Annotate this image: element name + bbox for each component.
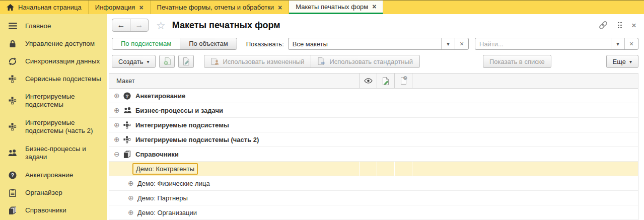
toggle-by-objects[interactable]: По объектам (180, 38, 237, 49)
tab-close-icon[interactable]: × (372, 3, 376, 10)
chevron-down-icon: ▾ (629, 59, 632, 64)
use-standard-button[interactable]: Использовать стандартный (311, 55, 419, 67)
filter-bar: По подсистемам По объектам Показывать: В… (107, 37, 644, 50)
people-icon (0, 150, 25, 157)
table-row[interactable]: ⊕ Интегрируемые подсистемы (109, 118, 638, 132)
chevron-down-icon[interactable]: ▾ (441, 38, 455, 49)
expand-icon[interactable]: ⊕ (128, 208, 137, 216)
sidebar-item-access-management[interactable]: Управление доступом (0, 35, 107, 52)
sidebar-item-data-sync[interactable]: Синхронизация данных (0, 52, 107, 70)
tab-label: Начальная страница (18, 4, 82, 11)
table-header: Макет ⚙ (109, 73, 638, 89)
expand-icon[interactable]: ⊕ (128, 179, 137, 187)
column-header-template[interactable]: Макет (109, 77, 359, 85)
show-label: Показывать: (246, 40, 284, 48)
table-header-filler (412, 74, 638, 88)
table-row[interactable]: ⊕ Анкетирование (109, 89, 638, 103)
sidebar-item-surveys[interactable]: Анкетирование (0, 166, 107, 184)
visibility-cell[interactable] (359, 162, 377, 176)
create-button[interactable]: Создать ▾ (112, 55, 156, 68)
table-row-selected[interactable]: Демо: Контрагенты (109, 162, 638, 176)
edit-button[interactable] (178, 55, 194, 68)
tabbar-filler (383, 1, 644, 14)
settings-cell[interactable] (394, 162, 412, 176)
list-toolbar: Создать ▾ Использовать измененный Исполь… (107, 54, 644, 68)
link-icon[interactable] (598, 20, 608, 30)
favorite-star-icon[interactable]: ☆ (156, 20, 166, 31)
clear-icon[interactable]: × (624, 38, 638, 49)
table-row[interactable]: ⊕ Демо: Организации (109, 205, 638, 220)
tab-information[interactable]: Информация × (89, 1, 151, 14)
collapse-icon[interactable]: ⊖ (114, 150, 123, 158)
search-input[interactable]: Найти... ▾ × (475, 38, 638, 50)
show-filter-combobox[interactable]: Все макеты ▾ × (288, 38, 469, 50)
selected-cell[interactable]: Демо: Контрагенты (109, 163, 359, 175)
expand-icon[interactable]: ⊕ (128, 194, 137, 202)
more-menu-icon[interactable] (618, 22, 622, 29)
sidebar-item-integrated-subsystems-2[interactable]: Интегрируемые подсистемы (часть 2) (0, 114, 107, 140)
main-area: ← → ☆ Макеты печатных форм × По подсисте… (107, 14, 644, 220)
tab-bar: Начальная страница Информация × Печатные… (0, 0, 644, 14)
more-button[interactable]: Еще ▾ (606, 55, 638, 68)
table-row[interactable]: ⊕ Демо: Физические лица (109, 176, 638, 191)
clear-icon[interactable]: × (455, 38, 468, 49)
tab-close-icon[interactable]: × (278, 4, 282, 11)
tab-label: Информация (95, 4, 135, 11)
page-title: Макеты печатных форм (172, 20, 280, 31)
tab-print-forms-reports[interactable]: Печатные формы, отчеты и обработки × (151, 1, 290, 14)
table-row[interactable]: ⊕ Интегрируемые подсистемы (часть 2) (109, 132, 638, 147)
tab-label: Печатные формы, отчеты и обработки (157, 4, 274, 11)
subsystems-grid-icon (0, 97, 25, 105)
question-circle-icon (123, 92, 135, 100)
hamburger-icon (0, 23, 25, 29)
expand-icon[interactable]: ⊕ (114, 106, 123, 114)
templates-table: Макет ⚙ ⊕ Анкетирование ⊕ Бизнес-пр (109, 73, 638, 220)
show-in-list-button[interactable]: Показать в списке (483, 55, 551, 68)
column-header-settings[interactable]: ⚙ (394, 74, 412, 88)
tab-close-icon[interactable]: × (139, 4, 143, 11)
table-row[interactable]: ⊖ Справочники (109, 147, 638, 162)
sidebar-item-integrated-subsystems[interactable]: Интегрируемые подсистемы (0, 88, 107, 114)
expand-icon[interactable]: ⊕ (114, 135, 123, 143)
back-button[interactable]: ← (112, 19, 130, 31)
sidebar-item-business-processes[interactable]: Бизнес-процессы и задачи (0, 140, 107, 166)
lock-icon (0, 40, 25, 48)
sidebar-item-organizer[interactable]: Органайзер (0, 184, 107, 201)
table-row[interactable]: ⊕ Бизнес-процессы и задачи (109, 103, 638, 118)
header-actions: × (598, 20, 636, 30)
column-header-modified[interactable] (377, 74, 394, 88)
tab-home[interactable]: Начальная страница (0, 1, 89, 14)
expand-icon[interactable]: ⊕ (114, 92, 123, 100)
column-header-visibility[interactable] (359, 74, 377, 88)
row-filler-cell (412, 162, 638, 176)
tab-print-form-templates-active[interactable]: Макеты печатных форм × (289, 1, 383, 14)
subsystems-grid-icon (0, 75, 25, 83)
sections-sidebar: Главное Управление доступом Синхронизаци… (0, 14, 107, 220)
tab-label: Макеты печатных форм (296, 3, 368, 11)
document-pencil-icon (182, 57, 190, 65)
subsystems-grid-icon (123, 136, 135, 143)
clipboard-icon (0, 189, 25, 197)
question-circle-icon (0, 171, 25, 179)
modified-cell[interactable] (377, 162, 394, 176)
use-template-group: Использовать измененный Использовать ста… (204, 55, 420, 68)
expand-icon[interactable]: ⊕ (114, 121, 123, 129)
pages-icon (0, 206, 25, 214)
home-icon (7, 4, 14, 11)
close-icon[interactable]: × (631, 21, 636, 30)
toggle-by-subsystems[interactable]: По подсистемам (112, 38, 180, 49)
show-filter-value: Все макеты (289, 38, 441, 49)
pages-icon (123, 151, 135, 158)
chevron-down-icon[interactable]: ▾ (611, 38, 624, 49)
sidebar-item-catalogs[interactable]: Справочники (0, 201, 107, 219)
view-toggle-group: По подсистемам По объектам (112, 38, 237, 50)
copy-button[interactable] (159, 55, 175, 68)
sidebar-item-service-subsystems[interactable]: Сервисные подсистемы (0, 70, 107, 88)
document-person-icon (211, 57, 219, 65)
sync-icon (0, 57, 25, 66)
table-row[interactable]: ⊕ Демо: Партнеры (109, 191, 638, 205)
forward-button[interactable]: → (130, 19, 148, 31)
use-modified-button[interactable]: Использовать измененный (204, 55, 311, 67)
eye-icon (364, 78, 373, 84)
sidebar-item-main[interactable]: Главное (0, 17, 107, 35)
